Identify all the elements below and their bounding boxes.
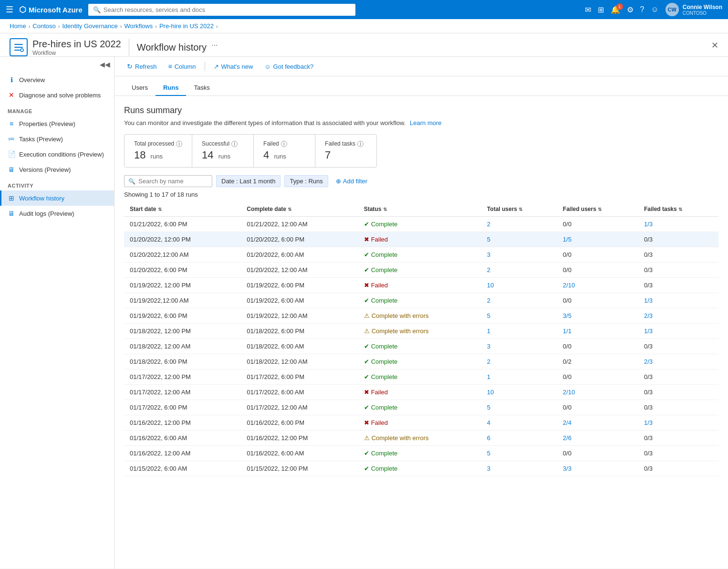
- info-icon-failed-tasks[interactable]: i: [357, 141, 364, 147]
- mail-icon[interactable]: ✉: [585, 5, 591, 14]
- col-failed-users[interactable]: Failed users ⇅: [557, 202, 638, 217]
- cell-total-users[interactable]: 3: [481, 461, 557, 476]
- add-filter-button[interactable]: ⊕ Add filter: [332, 176, 371, 187]
- tab-tasks[interactable]: Tasks: [186, 80, 217, 96]
- cell-total-users[interactable]: 3: [481, 247, 557, 263]
- cell-total-users[interactable]: 2: [481, 354, 557, 369]
- table-row[interactable]: 01/20/2022, 12:00 PM01/20/2022, 6:00 PM✖…: [124, 232, 718, 247]
- info-icon-failed[interactable]: i: [281, 141, 287, 147]
- cell-total-users[interactable]: 10: [481, 385, 557, 400]
- table-row[interactable]: 01/18/2022, 6:00 PM01/18/2022, 12:00 AM✔…: [124, 354, 718, 369]
- cell-failed-users[interactable]: 1/1: [557, 324, 638, 339]
- sidebar-item-execution[interactable]: 📄 Execution conditions (Preview): [0, 147, 114, 162]
- sidebar-item-audit-logs[interactable]: 🖥 Audit logs (Preview): [0, 206, 114, 221]
- failed-users-link[interactable]: 1/1: [563, 327, 572, 335]
- failed-tasks-link[interactable]: 1/3: [644, 327, 653, 335]
- failed-tasks-link[interactable]: 2/3: [644, 312, 653, 319]
- cell-failed-users[interactable]: 2/10: [557, 385, 638, 400]
- sidebar-item-properties[interactable]: ≡ Properties (Preview): [0, 116, 114, 131]
- failed-users-link[interactable]: 2/10: [563, 389, 575, 396]
- total-users-link[interactable]: 6: [487, 434, 490, 442]
- failed-users-link[interactable]: 2/4: [563, 419, 572, 426]
- total-users-link[interactable]: 1: [487, 327, 490, 335]
- total-users-link[interactable]: 10: [487, 389, 494, 396]
- total-users-link[interactable]: 5: [487, 450, 490, 457]
- settings-icon[interactable]: ⚙: [627, 5, 634, 14]
- cell-total-users[interactable]: 10: [481, 278, 557, 293]
- sidebar-item-diagnose[interactable]: ✕ Diagnose and solve problems: [0, 87, 114, 103]
- table-row[interactable]: 01/16/2022, 12:00 AM01/16/2022, 6:00 AM✔…: [124, 446, 718, 461]
- col-failed-tasks[interactable]: Failed tasks ⇅: [638, 202, 718, 217]
- cell-total-users[interactable]: 2: [481, 263, 557, 278]
- cell-failed-tasks[interactable]: 1/3: [638, 415, 718, 431]
- total-users-link[interactable]: 3: [487, 465, 490, 472]
- table-row[interactable]: 01/16/2022, 6:00 AM01/16/2022, 12:00 PM⚠…: [124, 431, 718, 446]
- portal-icon[interactable]: ⊞: [598, 5, 604, 14]
- refresh-button[interactable]: ↻ Refresh: [124, 61, 160, 72]
- col-status[interactable]: Status ⇅: [358, 202, 481, 217]
- total-users-link[interactable]: 3: [487, 251, 490, 258]
- cell-total-users[interactable]: 5: [481, 308, 557, 324]
- table-row[interactable]: 01/17/2022, 6:00 PM01/17/2022, 12:00 AM✔…: [124, 400, 718, 415]
- cell-total-users[interactable]: 5: [481, 400, 557, 415]
- table-row[interactable]: 01/20/2022, 6:00 PM01/20/2022, 12:00 AM✔…: [124, 263, 718, 278]
- sidebar-item-tasks[interactable]: ≔ Tasks (Preview): [0, 131, 114, 147]
- table-row[interactable]: 01/18/2022, 12:00 AM01/18/2022, 6:00 AM✔…: [124, 339, 718, 354]
- table-row[interactable]: 01/17/2022, 12:00 PM01/17/2022, 6:00 PM✔…: [124, 369, 718, 385]
- search-input[interactable]: [104, 6, 351, 13]
- notification-icon[interactable]: 🔔 1: [611, 5, 620, 14]
- total-users-link[interactable]: 5: [487, 404, 490, 411]
- sidebar-item-workflow-history[interactable]: ⊞ Workflow history: [0, 190, 114, 206]
- cell-failed-users[interactable]: 2/4: [557, 415, 638, 431]
- hamburger-icon[interactable]: ☰: [6, 4, 13, 15]
- cell-failed-tasks[interactable]: 2/3: [638, 308, 718, 324]
- failed-tasks-link[interactable]: 1/3: [644, 221, 653, 228]
- breadcrumb-workflows[interactable]: Workflows: [124, 22, 153, 30]
- search-bar[interactable]: 🔍: [88, 4, 355, 16]
- sidebar-item-overview[interactable]: ℹ Overview: [0, 72, 114, 87]
- total-users-link[interactable]: 10: [487, 282, 494, 289]
- cell-failed-users[interactable]: 2/6: [557, 431, 638, 446]
- breadcrumb-contoso[interactable]: Contoso: [32, 22, 55, 30]
- total-users-link[interactable]: 5: [487, 236, 490, 243]
- table-row[interactable]: 01/21/2022, 6:00 PM01/21/2022, 12:00 AM✔…: [124, 217, 718, 232]
- search-box[interactable]: 🔍: [124, 175, 212, 187]
- cell-total-users[interactable]: 4: [481, 415, 557, 431]
- table-row[interactable]: 01/18/2022, 12:00 PM01/18/2022, 6:00 PM⚠…: [124, 324, 718, 339]
- table-row[interactable]: 01/20/2022,12:00 AM01/20/2022, 6:00 AM✔C…: [124, 247, 718, 263]
- table-row[interactable]: 01/16/2022, 12:00 PM01/16/2022, 6:00 PM✖…: [124, 415, 718, 431]
- collapse-icon[interactable]: ◀◀: [100, 61, 110, 68]
- cell-total-users[interactable]: 3: [481, 339, 557, 354]
- cell-failed-users[interactable]: 1/5: [557, 232, 638, 247]
- date-filter-chip[interactable]: Date : Last 1 month: [216, 175, 281, 187]
- table-row[interactable]: 01/19/2022,12:00 AM01/19/2022, 6:00 AM✔C…: [124, 293, 718, 308]
- col-total-users[interactable]: Total users ⇅: [481, 202, 557, 217]
- cell-failed-users[interactable]: 3/5: [557, 308, 638, 324]
- help-icon[interactable]: ?: [640, 5, 645, 14]
- learn-more-link[interactable]: Learn more: [410, 119, 441, 126]
- total-users-link[interactable]: 4: [487, 419, 490, 426]
- table-row[interactable]: 01/15/2022, 6:00 AM01/15/2022, 12:00 PM✔…: [124, 461, 718, 476]
- cell-total-users[interactable]: 2: [481, 293, 557, 308]
- failed-users-link[interactable]: 2/6: [563, 434, 572, 442]
- col-complete-date[interactable]: Complete date ⇅: [241, 202, 358, 217]
- whats-new-button[interactable]: ↗ What's new: [211, 61, 256, 72]
- info-icon-total[interactable]: i: [176, 141, 182, 147]
- failed-tasks-link[interactable]: 2/3: [644, 358, 653, 365]
- cell-failed-tasks[interactable]: 1/3: [638, 293, 718, 308]
- cell-total-users[interactable]: 1: [481, 324, 557, 339]
- table-row[interactable]: 01/19/2022, 12:00 PM01/19/2022, 6:00 PM✖…: [124, 278, 718, 293]
- total-users-link[interactable]: 2: [487, 266, 490, 274]
- failed-tasks-link[interactable]: 1/3: [644, 419, 653, 426]
- feedback-button[interactable]: ☺ Got feedback?: [261, 61, 316, 72]
- total-users-link[interactable]: 2: [487, 221, 490, 228]
- tab-users[interactable]: Users: [124, 80, 156, 96]
- total-users-link[interactable]: 5: [487, 312, 490, 319]
- search-by-name-input[interactable]: [138, 178, 205, 185]
- cell-failed-users[interactable]: 2/10: [557, 278, 638, 293]
- cell-total-users[interactable]: 1: [481, 369, 557, 385]
- table-row[interactable]: 01/17/2022, 12:00 AM01/17/2022, 6:00 AM✖…: [124, 385, 718, 400]
- failed-users-link[interactable]: 1/5: [563, 236, 572, 243]
- col-start-date[interactable]: Start date ⇅: [124, 202, 241, 217]
- table-row[interactable]: 01/19/2022, 6:00 PM01/19/2022, 12:00 AM⚠…: [124, 308, 718, 324]
